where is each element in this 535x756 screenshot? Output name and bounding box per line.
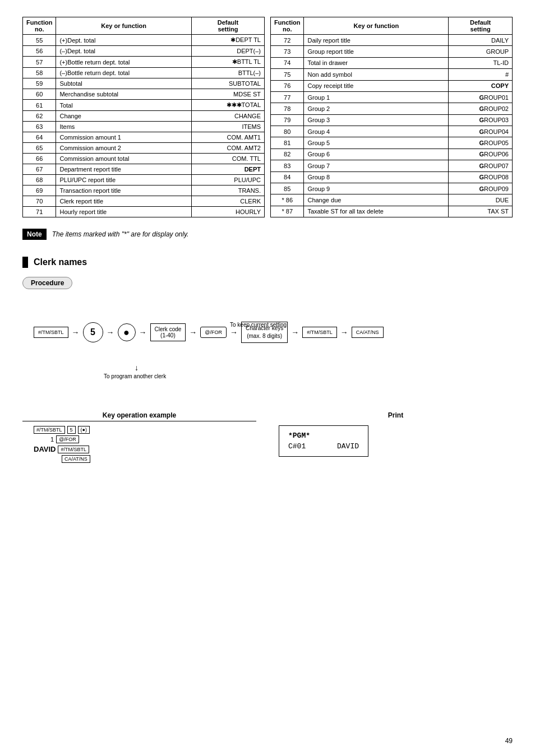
table-cell: 66 [23, 154, 56, 164]
table-cell: GROUP04 [449, 126, 513, 137]
table-row: 59SubtotalSUBTOTAL [23, 78, 265, 89]
table-cell: 76 [271, 80, 304, 91]
table-cell: (–)Bottle return dept. total [56, 68, 191, 78]
left-col-key: Key or function [56, 17, 191, 35]
table-cell: COM. AMT2 [191, 143, 264, 154]
table-cell: (–)Dept. total [56, 46, 191, 57]
arrow3: → [139, 328, 147, 337]
table-cell: TL-ID [449, 57, 513, 68]
left-col-fn: Functionno. [23, 17, 56, 35]
heading-bar [22, 257, 28, 268]
key-david: DAVID [34, 445, 56, 453]
table-row: 74Total in drawerTL-ID [271, 57, 513, 68]
table-cell: 70 [23, 196, 56, 207]
table-cell: 82 [271, 149, 304, 160]
key-op-row1: #/TM/SBTL 5 (●) [34, 426, 90, 434]
table-cell: Copy receipt title [304, 80, 449, 91]
key-tmsblt1: #/TM/SBTL [34, 426, 65, 434]
table-cell: DAILY [449, 35, 513, 46]
clerk-names-title: Clerk names [34, 257, 87, 267]
print-section: Print *PGM* C#01 DAVID [279, 411, 513, 463]
table-cell: 72 [271, 35, 304, 46]
bottom-section: Key operation example #/TM/SBTL 5 (●) 1 … [22, 411, 513, 463]
table-cell: 71 [23, 207, 56, 217]
table-cell: Total [56, 100, 191, 111]
table-cell: Group 7 [304, 160, 449, 171]
table-cell: Daily report title [304, 35, 449, 46]
table-cell: Merchandise subtotal [56, 89, 191, 100]
table-cell: 68 [23, 175, 56, 185]
table-cell: COM. TTL [191, 154, 264, 164]
right-table: Functionno. Key or function Defaultsetti… [270, 17, 513, 217]
left-table: Functionno. Key or function Defaultsetti… [22, 17, 265, 217]
key-5: 5 [67, 426, 76, 434]
table-cell: 64 [23, 132, 56, 143]
table-cell: Department report title [56, 164, 191, 175]
flow-key7: #/TM/SBTL [302, 327, 337, 338]
table-cell: 69 [23, 185, 56, 196]
arrow5: → [230, 328, 238, 337]
table-cell: 62 [23, 111, 56, 122]
table-cell: 80 [271, 126, 304, 137]
table-cell: Clerk report title [56, 196, 191, 207]
flow-diagram: To keep current setting #/TM/SBTL → 5 → … [22, 322, 513, 395]
table-row: 68PLU/UPC report titlePLU/UPC [23, 175, 265, 185]
table-row: 78Group 2GROUP02 [271, 103, 513, 114]
table-row: 83Group 7GROUP07 [271, 160, 513, 171]
table-cell: COPY [449, 80, 513, 91]
key-op-title: Key operation example [22, 411, 256, 421]
table-row: 82Group 6GROUP06 [271, 149, 513, 160]
table-row: 75Non add symbol# [271, 69, 513, 80]
flow-key4: Clerk code(1-40) [150, 323, 186, 341]
table-row: * 86Change dueDUE [271, 194, 513, 206]
page-number: 49 [505, 737, 513, 745]
flow-key3: ● [118, 323, 136, 341]
clerk-names-section: Clerk names Procedure To keep current se… [22, 257, 513, 463]
table-cell: Non add symbol [304, 69, 449, 80]
table-cell: 67 [23, 164, 56, 175]
arrow2: → [107, 328, 114, 337]
table-row: 80Group 4GROUP04 [271, 126, 513, 137]
flow-label-top: To keep current setting [230, 322, 287, 328]
note-text: The items marked with "*" are for displa… [52, 230, 189, 238]
table-cell: GROUP01 [449, 91, 513, 103]
table-row: 64Commission amount 1COM. AMT1 [23, 132, 265, 143]
table-cell: Change due [304, 194, 449, 206]
table-cell: Commission amount total [56, 154, 191, 164]
table-cell: 55 [23, 35, 56, 46]
key-tmsbtl2: #/TM/SBTL [58, 446, 89, 453]
procedure-button[interactable]: Procedure [22, 277, 72, 289]
table-cell: * 87 [271, 206, 304, 217]
table-cell: DEPT(–) [191, 46, 264, 57]
table-cell: PLU/UPC [191, 175, 264, 185]
table-cell: 59 [23, 78, 56, 89]
table-cell: BTTL(–) [191, 68, 264, 78]
table-cell: CHANGE [191, 111, 264, 122]
table-cell: GROUP08 [449, 171, 513, 183]
table-cell: GROUP03 [449, 114, 513, 126]
table-cell: SUBTOTAL [191, 78, 264, 89]
table-cell: 60 [23, 89, 56, 100]
note-label: Note [22, 229, 47, 240]
table-cell: GROUP07 [449, 160, 513, 171]
right-col-key: Key or function [304, 17, 449, 35]
table-row: 60Merchandise subtotalMDSE ST [23, 89, 265, 100]
table-cell: CLERK [191, 196, 264, 207]
table-cell: Items [56, 122, 191, 132]
table-cell: TAX ST [449, 206, 513, 217]
table-row: 69Transaction report titleTRANS. [23, 185, 265, 196]
table-cell: Commission amount 1 [56, 132, 191, 143]
table-row: 71Hourly report titleHOURLY [23, 207, 265, 217]
note-section: Note The items marked with "*" are for d… [22, 229, 513, 240]
table-cell: TRANS. [191, 185, 264, 196]
table-cell: 61 [23, 100, 56, 111]
right-col-default: Defaultsetting [449, 17, 513, 35]
table-cell: COM. AMT1 [191, 132, 264, 143]
table-cell: 75 [271, 69, 304, 80]
table-cell: DEPT [191, 164, 264, 175]
table-row: 72Daily report titleDAILY [271, 35, 513, 46]
flow-key5: @/FOR [200, 327, 227, 338]
key-1-label: 1 [50, 436, 54, 443]
table-cell: GROUP02 [449, 103, 513, 114]
flow-key2: 5 [83, 322, 103, 342]
